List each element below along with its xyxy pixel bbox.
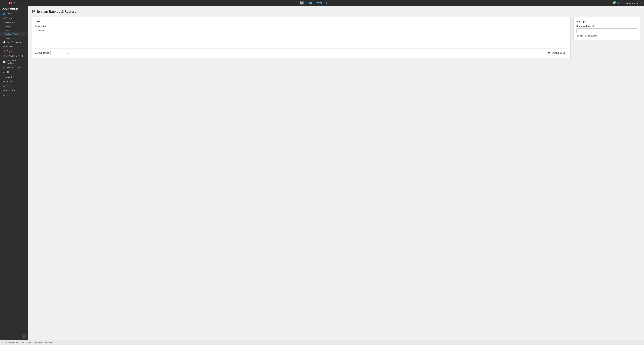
- main-layout: System settings ▾ 👥 Users ⚙ System ▾ Spe…: [0, 6, 644, 340]
- sidebar-item-objects-logic[interactable]: ◉ Objects & Logic ▸: [0, 65, 28, 70]
- sidebar-item-knx[interactable]: ⊟ KNX ▸: [0, 70, 28, 74]
- sidebar-refresh-button[interactable]: ↻: [22, 334, 26, 339]
- sidebar-item-http-api[interactable]: ⊛ HTTP-API ▸: [0, 88, 28, 93]
- sidebar-item-specification[interactable]: Specification: [0, 20, 28, 24]
- sidebar-label-knx: KNX: [6, 71, 10, 73]
- sidebar-item-update[interactable]: Update: [0, 28, 28, 32]
- show-backups-label: Show backups of: [576, 25, 638, 27]
- support-expand-icon: ▸: [26, 50, 26, 52]
- system-expand-icon: ▾: [26, 17, 26, 19]
- topbar-left: ☰ ✕ 🇬🇧 ?: [2, 2, 15, 4]
- sidebar-item-1wire[interactable]: — 1-Wire ▸: [0, 74, 28, 79]
- user-menu[interactable]: 👤 Stephan Wenzel ▾: [617, 2, 638, 4]
- sidebar-item-container-apps[interactable]: ⬡ Container & APPs ▸: [0, 54, 28, 58]
- sidebar-label-1wire: 1-Wire: [6, 75, 12, 78]
- network-icon: ⊞: [3, 46, 5, 48]
- sidebar-item-mqtt[interactable]: ≋ MQTT ▸: [0, 84, 28, 88]
- sidebar-label-time-series: Time Series & Grafana: [7, 59, 26, 64]
- sidebar-item-support[interactable]: ❓ Support ▸: [0, 49, 28, 54]
- backup-target-label: Backup target: [35, 52, 49, 54]
- sidebar-item-ekey[interactable]: ⊟ ekey ▸: [0, 93, 28, 97]
- httpapi-expand-icon: ▸: [26, 90, 26, 91]
- create-panel-title: Create: [35, 20, 568, 23]
- sidebar-label-ekey: ekey: [6, 94, 10, 96]
- power-icon[interactable]: ⏻: [640, 2, 642, 4]
- create-backup-button[interactable]: 💾 Create backup: [546, 51, 568, 55]
- show-backups-select[interactable]: All: [576, 28, 638, 33]
- description-textarea[interactable]: [35, 28, 568, 46]
- create-footer: Backup target ▾ ↻ 💾 Create backu: [35, 48, 568, 55]
- topbar: ☰ ✕ 🇬🇧 ? 🐺 TIMBERWOLF 🔔 5 👤 Stephan Wenz…: [0, 0, 644, 6]
- description-label: Description: [35, 25, 568, 27]
- timeseries-expand-icon: ▸: [26, 61, 26, 63]
- mqtt-expand-icon: ▸: [26, 85, 26, 87]
- sidebar-item-monitor[interactable]: Monitor: [0, 24, 28, 28]
- sidebar-system-settings-header[interactable]: System settings ▾: [0, 6, 28, 11]
- mqtt-icon: ≋: [3, 85, 5, 87]
- page-header: 💾 System Backup & Restore: [32, 10, 640, 13]
- help-icon[interactable]: ?: [14, 2, 15, 4]
- network-expand-icon: ▸: [26, 46, 26, 48]
- users-icon: 👥: [3, 12, 6, 15]
- modbus-icon: ▦: [3, 80, 5, 83]
- logo-text: TIMBERWOLF: [305, 1, 328, 5]
- time-icon: 🕐: [3, 41, 6, 43]
- knx-expand-icon: ▸: [26, 71, 26, 73]
- container-expand-icon: ▸: [26, 55, 26, 57]
- container-icon: ⬡: [3, 55, 5, 57]
- sidebar-label-support: Support: [7, 50, 14, 53]
- sidebar-label-specification: Specification: [5, 21, 16, 23]
- sidebar-item-modbus[interactable]: ▦ Modbus ▸: [0, 79, 28, 84]
- notification-bell[interactable]: 🔔 5: [612, 2, 615, 4]
- sidebar-item-network[interactable]: ⊞ Network ▸: [0, 44, 28, 49]
- username: Stephan Wenzel: [620, 2, 636, 4]
- create-backup-btn-icon: 💾: [548, 52, 550, 54]
- sidebar-label-backup-restore: Backup & Restore: [5, 33, 21, 35]
- menu-icon[interactable]: ☰: [2, 2, 4, 4]
- ekey-icon: ⊟: [3, 94, 5, 96]
- show-backups-select-wrapper: All: [576, 28, 638, 35]
- knx-icon: ⊟: [3, 71, 5, 73]
- sidebar-item-system[interactable]: ⚙ System ▾: [0, 16, 28, 20]
- ekey-expand-icon: ▸: [26, 94, 26, 96]
- notification-count: 5: [614, 1, 616, 3]
- collapse-icon: ▾: [26, 8, 26, 10]
- sidebar-label-update: Update: [5, 29, 11, 31]
- backups-panel: Backups Show backups of All No backups t…: [573, 17, 640, 40]
- sidebar-label-network: Network: [6, 45, 14, 48]
- refresh-backup-target-button[interactable]: ↻: [66, 51, 69, 55]
- objects-icon: ◉: [3, 66, 5, 69]
- close-icon[interactable]: ✕: [6, 2, 8, 4]
- footer-status-icon: ●: [2, 342, 3, 344]
- backup-target-group: Backup target ▾ ↻: [35, 51, 69, 55]
- sidebar-bottom: ↻: [0, 333, 28, 340]
- sidebar-label-http-api: HTTP-API: [6, 89, 16, 92]
- sidebar-item-time-series[interactable]: 📈 Time Series & Grafana ▸: [0, 58, 28, 65]
- sidebar-item-factory-reset[interactable]: Factory Reset: [0, 36, 28, 40]
- logo-icon: 🐺: [300, 1, 304, 5]
- page-title: System Backup & Restore: [37, 10, 76, 13]
- topbar-logo: 🐺 TIMBERWOLF: [300, 1, 328, 5]
- flag-icon[interactable]: 🇬🇧: [9, 2, 12, 4]
- sidebar-item-users[interactable]: 👥 Users: [0, 11, 28, 16]
- no-backups-text: No backups to restore.: [576, 35, 638, 37]
- wire-icon: —: [3, 76, 5, 78]
- sidebar-item-backup-restore[interactable]: Backup & Restore: [0, 32, 28, 36]
- two-col-layout: Create Description Backup target: [32, 17, 640, 61]
- sidebar-label-container-apps: Container & APPs: [6, 55, 23, 57]
- sidebar-label-objects-logic: Objects & Logic: [6, 66, 21, 69]
- support-icon: ❓: [3, 50, 6, 53]
- backup-target-select[interactable]: [50, 51, 64, 55]
- sidebar-item-time-location[interactable]: 🕐 Time & Location ▸: [0, 40, 28, 44]
- sidebar-label-users: Users: [7, 12, 12, 15]
- create-panel: Create Description Backup target: [32, 17, 570, 58]
- description-form-group: Description: [35, 25, 568, 46]
- system-icon: ⚙: [3, 17, 5, 19]
- wire-expand-icon: ▸: [26, 76, 26, 78]
- footer-text: Timberwolf Server 588 © 2022 – 3.0 Relea…: [4, 342, 54, 344]
- sidebar-label-monitor: Monitor: [5, 25, 12, 27]
- sidebar-section-label: System settings: [2, 8, 18, 10]
- time-expand-icon: ▸: [26, 41, 26, 43]
- modbus-expand-icon: ▸: [26, 80, 26, 82]
- httpapi-icon: ⊛: [3, 89, 5, 92]
